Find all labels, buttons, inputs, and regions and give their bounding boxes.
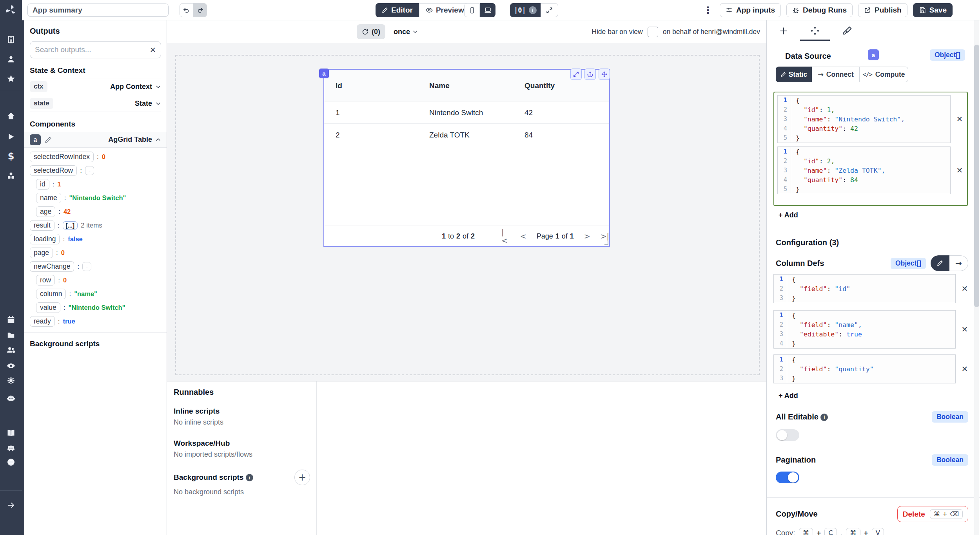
windmill-logo[interactable]: [0, 0, 22, 20]
docs-book-icon[interactable]: [0, 428, 22, 438]
remove-item-button[interactable]: ✕: [960, 364, 969, 374]
all-editable-toggle[interactable]: [776, 429, 799, 441]
schedule-select[interactable]: once: [394, 24, 418, 39]
cell[interactable]: Nintendo Switch: [429, 101, 483, 124]
editor-mode-button[interactable]: Editor: [376, 3, 419, 17]
audit-eye-icon[interactable]: [0, 361, 22, 371]
component-badge[interactable]: a: [319, 69, 329, 78]
json-editor[interactable]: 1{ 2 "field": "id" 3}: [773, 274, 956, 303]
cell[interactable]: 1: [336, 101, 340, 124]
cell[interactable]: Zelda TOTK: [429, 124, 470, 146]
discord-icon[interactable]: [0, 443, 22, 453]
static-tab[interactable]: Static: [776, 67, 812, 82]
folders-icon[interactable]: [0, 331, 22, 340]
app-inputs-button[interactable]: App inputs: [720, 3, 781, 17]
undo-button[interactable]: [180, 3, 193, 17]
fullscreen-button[interactable]: [541, 3, 558, 17]
table-row[interactable]: 2 Zelda TOTK 84: [324, 124, 609, 146]
edit-pencil-button[interactable]: [931, 255, 949, 271]
first-page-icon[interactable]: |<: [501, 228, 510, 245]
compute-tab[interactable]: </>Compute: [860, 67, 908, 82]
variables-dollar-icon[interactable]: $: [0, 152, 22, 161]
app-summary-input[interactable]: [27, 4, 169, 17]
publish-button[interactable]: Publish: [858, 3, 907, 17]
type-badge[interactable]: Object[]: [891, 258, 926, 269]
component-settings-tab[interactable]: [810, 26, 820, 36]
styling-tab[interactable]: [842, 26, 852, 36]
json-editor[interactable]: 1{ 2 "id": 1, 3 "name": "Nintendo Switch…: [777, 95, 951, 143]
user-icon[interactable]: [0, 54, 22, 64]
next-page-icon[interactable]: >: [584, 232, 590, 240]
brush-icon: [842, 26, 852, 36]
ai-robot-icon[interactable]: [0, 393, 22, 403]
favorites-star-icon[interactable]: [0, 74, 22, 83]
runs-play-icon[interactable]: [0, 132, 22, 141]
boolean-badge[interactable]: Boolean: [932, 411, 968, 423]
json-editor[interactable]: 1{ 2 "field": "quantity" 3}: [773, 354, 956, 383]
boolean-badge[interactable]: Boolean: [932, 454, 968, 466]
column-header[interactable]: Id: [336, 70, 342, 101]
component-header-row[interactable]: a AgGrid Table: [24, 132, 167, 148]
search-outputs-input[interactable]: [35, 45, 147, 54]
add-background-script-button[interactable]: +: [294, 470, 310, 485]
outputs-count-button[interactable]: |0| i: [510, 3, 541, 17]
remove-item-button[interactable]: ✕: [955, 114, 964, 124]
save-button[interactable]: Save: [913, 3, 953, 17]
more-menu-button[interactable]: ⋮: [702, 5, 714, 16]
remove-item-button[interactable]: ✕: [955, 166, 964, 175]
table-row[interactable]: 1 Nintendo Switch 42: [324, 101, 609, 124]
mobile-view-button[interactable]: [464, 3, 480, 17]
last-page-icon[interactable]: >|: [601, 232, 609, 240]
component-type-expander[interactable]: AgGrid Table: [108, 136, 161, 144]
debug-runs-button[interactable]: Debug Runs: [786, 3, 853, 17]
state-key[interactable]: state: [30, 98, 53, 109]
column-header[interactable]: Quantity: [524, 70, 555, 101]
workspace-hub-empty: No imported scripts/flows: [174, 450, 310, 459]
json-editor[interactable]: 1{ 2 "field": "name", 3 "editable": true…: [773, 310, 956, 349]
column-header[interactable]: Name: [429, 70, 450, 101]
outputs-search: ✕: [30, 41, 161, 58]
aggrid-table-component[interactable]: a Id Name Quantity 1 Nintendo Switch 42 …: [323, 69, 610, 247]
connect-arrow-button[interactable]: →: [949, 255, 968, 271]
insert-component-tab[interactable]: [779, 26, 789, 36]
cell[interactable]: 2: [336, 124, 340, 146]
preview-mode-button[interactable]: Preview: [419, 3, 471, 17]
settings-gear-icon[interactable]: [0, 376, 22, 385]
add-column-def-button[interactable]: + Add: [779, 392, 798, 400]
cell[interactable]: 42: [524, 101, 533, 124]
pagination-toggle[interactable]: [776, 472, 799, 483]
hide-bar-checkbox[interactable]: [648, 27, 658, 37]
clear-search-icon[interactable]: ✕: [150, 45, 156, 54]
add-data-item-button[interactable]: + Add: [779, 211, 798, 219]
resize-handle[interactable]: [604, 241, 608, 245]
json-editor[interactable]: 1{ 2 "id": 2, 3 "name": "Zelda TOTK", 4 …: [777, 146, 951, 194]
delete-component-button[interactable]: Delete ⌘ + ⌫: [897, 506, 968, 522]
state-expander[interactable]: State: [135, 99, 161, 108]
redo-button[interactable]: [193, 3, 207, 17]
ctx-expander[interactable]: App Context: [110, 83, 161, 91]
type-badge[interactable]: Object[]: [930, 49, 965, 61]
refresh-button[interactable]: (0): [357, 24, 385, 39]
groups-users-icon[interactable]: [0, 345, 22, 355]
panel-scrollbar-thumb[interactable]: [974, 45, 979, 307]
resources-cubes-icon[interactable]: [0, 171, 22, 181]
home-icon[interactable]: [0, 111, 22, 121]
rename-pencil-icon[interactable]: [45, 136, 52, 143]
remove-item-button[interactable]: ✕: [960, 325, 969, 334]
component-controls: [570, 69, 610, 80]
workspace-icon[interactable]: [0, 35, 22, 44]
schedules-calendar-icon[interactable]: [0, 315, 22, 324]
move-component-button[interactable]: [599, 69, 610, 80]
github-icon[interactable]: [0, 457, 22, 467]
prev-page-icon[interactable]: <: [520, 232, 526, 240]
collapse-arrow-icon[interactable]: [0, 501, 22, 510]
desktop-view-button[interactable]: [480, 3, 495, 17]
info-icon: i: [246, 474, 253, 481]
expand-component-button[interactable]: [570, 69, 582, 80]
remove-item-button[interactable]: ✕: [960, 284, 969, 293]
cell[interactable]: 84: [524, 124, 533, 146]
connect-tab[interactable]: →Connect: [812, 67, 860, 82]
component-id-badge[interactable]: a: [30, 134, 41, 145]
anchor-component-button[interactable]: [584, 69, 596, 80]
ctx-key[interactable]: ctx: [30, 81, 47, 92]
